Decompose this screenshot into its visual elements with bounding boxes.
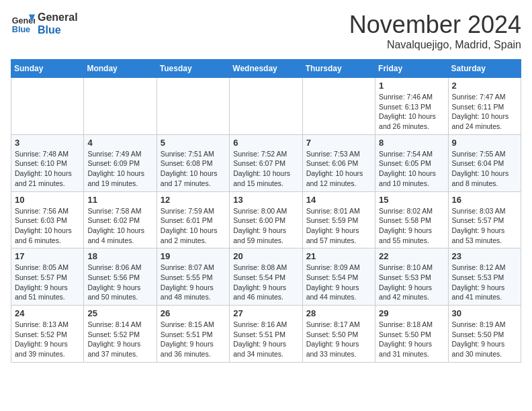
day-number: 26 [161,308,226,318]
calendar-header-saturday: Saturday [448,60,521,78]
day-number: 20 [233,251,298,261]
title-area: November 2024 Navalquejigo, Madrid, Spai… [349,11,521,51]
calendar-cell: 30Sunrise: 8:19 AMSunset: 5:50 PMDayligh… [448,306,521,363]
day-number: 28 [306,308,371,318]
logo: General Blue General Blue [11,11,78,36]
calendar-cell: 10Sunrise: 7:56 AMSunset: 6:03 PMDayligh… [11,191,84,248]
day-number: 14 [306,195,371,205]
calendar-cell: 18Sunrise: 8:06 AMSunset: 5:56 PMDayligh… [84,248,157,306]
day-number: 23 [452,251,517,261]
calendar-header-monday: Monday [84,60,157,78]
day-number: 6 [233,138,298,148]
logo-icon: General Blue [11,11,35,36]
calendar-cell: 21Sunrise: 8:09 AMSunset: 5:54 PMDayligh… [302,248,375,306]
calendar-cell: 29Sunrise: 8:18 AMSunset: 5:50 PMDayligh… [375,306,448,363]
day-number: 3 [15,138,80,148]
day-info: Sunrise: 8:14 AMSunset: 5:52 PMDaylight:… [87,320,152,359]
day-info: Sunrise: 8:02 AMSunset: 5:58 PMDaylight:… [379,206,444,246]
day-number: 2 [452,81,517,91]
location-title: Navalquejigo, Madrid, Spain [349,39,521,51]
day-number: 17 [15,251,80,261]
logo-line2: Blue [38,24,78,36]
calendar-cell: 11Sunrise: 7:58 AMSunset: 6:02 PMDayligh… [84,191,157,248]
calendar-header-sunday: Sunday [11,60,84,78]
day-info: Sunrise: 7:59 AMSunset: 6:01 PMDaylight:… [161,206,226,246]
calendar-cell: 28Sunrise: 8:17 AMSunset: 5:50 PMDayligh… [302,306,375,363]
calendar-week-1: 1Sunrise: 7:46 AMSunset: 6:13 PMDaylight… [11,78,521,135]
day-number: 4 [87,138,152,148]
logo-line1: General [38,11,78,24]
month-title: November 2024 [349,11,521,39]
calendar-cell [157,78,229,135]
day-number: 12 [161,195,226,205]
day-info: Sunrise: 7:51 AMSunset: 6:08 PMDaylight:… [161,149,226,189]
day-number: 10 [15,195,80,205]
day-info: Sunrise: 7:48 AMSunset: 6:10 PMDaylight:… [15,149,80,189]
day-info: Sunrise: 8:08 AMSunset: 5:54 PMDaylight:… [233,263,298,302]
calendar-table: SundayMondayTuesdayWednesdayThursdayFrid… [11,59,521,363]
day-info: Sunrise: 7:55 AMSunset: 6:04 PMDaylight:… [452,149,517,189]
day-info: Sunrise: 7:53 AMSunset: 6:06 PMDaylight:… [306,149,371,189]
day-number: 11 [87,195,152,205]
day-info: Sunrise: 8:00 AMSunset: 6:00 PMDaylight:… [233,206,298,246]
day-number: 7 [306,138,371,148]
calendar-header-tuesday: Tuesday [157,60,229,78]
calendar-cell: 5Sunrise: 7:51 AMSunset: 6:08 PMDaylight… [157,134,229,191]
calendar-cell: 12Sunrise: 7:59 AMSunset: 6:01 PMDayligh… [157,191,229,248]
day-number: 24 [15,308,80,318]
day-info: Sunrise: 7:54 AMSunset: 6:05 PMDaylight:… [379,149,444,189]
calendar-cell: 8Sunrise: 7:54 AMSunset: 6:05 PMDaylight… [375,134,448,191]
day-info: Sunrise: 8:03 AMSunset: 5:57 PMDaylight:… [452,206,517,246]
calendar-week-2: 3Sunrise: 7:48 AMSunset: 6:10 PMDaylight… [11,134,521,191]
calendar-week-4: 17Sunrise: 8:05 AMSunset: 5:57 PMDayligh… [11,248,521,306]
calendar-cell: 23Sunrise: 8:12 AMSunset: 5:53 PMDayligh… [448,248,521,306]
calendar-cell: 15Sunrise: 8:02 AMSunset: 5:58 PMDayligh… [375,191,448,248]
page-header: General Blue General Blue November 2024 … [11,11,521,51]
day-info: Sunrise: 8:16 AMSunset: 5:51 PMDaylight:… [233,320,298,359]
calendar-week-5: 24Sunrise: 8:13 AMSunset: 5:52 PMDayligh… [11,306,521,363]
calendar-cell: 20Sunrise: 8:08 AMSunset: 5:54 PMDayligh… [230,248,302,306]
day-number: 8 [379,138,444,148]
calendar-cell: 9Sunrise: 7:55 AMSunset: 6:04 PMDaylight… [448,134,521,191]
day-info: Sunrise: 8:10 AMSunset: 5:53 PMDaylight:… [379,263,444,302]
day-number: 27 [233,308,298,318]
day-number: 1 [379,81,444,91]
day-number: 15 [379,195,444,205]
day-info: Sunrise: 8:15 AMSunset: 5:51 PMDaylight:… [161,320,226,359]
calendar-cell: 3Sunrise: 7:48 AMSunset: 6:10 PMDaylight… [11,134,84,191]
calendar-cell: 27Sunrise: 8:16 AMSunset: 5:51 PMDayligh… [230,306,302,363]
day-info: Sunrise: 8:13 AMSunset: 5:52 PMDaylight:… [15,320,80,359]
calendar-body: 1Sunrise: 7:46 AMSunset: 6:13 PMDaylight… [11,78,521,363]
day-info: Sunrise: 8:18 AMSunset: 5:50 PMDaylight:… [379,320,444,359]
calendar-cell: 6Sunrise: 7:52 AMSunset: 6:07 PMDaylight… [230,134,302,191]
day-number: 9 [452,138,517,148]
calendar-cell [84,78,157,135]
calendar-cell: 1Sunrise: 7:46 AMSunset: 6:13 PMDaylight… [375,78,448,135]
day-number: 18 [87,251,152,261]
day-info: Sunrise: 7:56 AMSunset: 6:03 PMDaylight:… [15,206,80,246]
day-info: Sunrise: 7:58 AMSunset: 6:02 PMDaylight:… [87,206,152,246]
calendar-cell: 16Sunrise: 8:03 AMSunset: 5:57 PMDayligh… [448,191,521,248]
day-info: Sunrise: 8:07 AMSunset: 5:55 PMDaylight:… [161,263,226,302]
calendar-cell: 17Sunrise: 8:05 AMSunset: 5:57 PMDayligh… [11,248,84,306]
calendar-header-friday: Friday [375,60,448,78]
calendar-week-3: 10Sunrise: 7:56 AMSunset: 6:03 PMDayligh… [11,191,521,248]
calendar-cell [11,78,84,135]
calendar-cell: 24Sunrise: 8:13 AMSunset: 5:52 PMDayligh… [11,306,84,363]
calendar-header-thursday: Thursday [302,60,375,78]
calendar-cell: 26Sunrise: 8:15 AMSunset: 5:51 PMDayligh… [157,306,229,363]
calendar-cell: 4Sunrise: 7:49 AMSunset: 6:09 PMDaylight… [84,134,157,191]
day-info: Sunrise: 8:09 AMSunset: 5:54 PMDaylight:… [306,263,371,302]
calendar-cell: 14Sunrise: 8:01 AMSunset: 5:59 PMDayligh… [302,191,375,248]
calendar-cell: 2Sunrise: 7:47 AMSunset: 6:11 PMDaylight… [448,78,521,135]
calendar-cell: 7Sunrise: 7:53 AMSunset: 6:06 PMDaylight… [302,134,375,191]
day-info: Sunrise: 8:12 AMSunset: 5:53 PMDaylight:… [452,263,517,302]
calendar-cell: 25Sunrise: 8:14 AMSunset: 5:52 PMDayligh… [84,306,157,363]
day-number: 30 [452,308,517,318]
day-number: 21 [306,251,371,261]
svg-text:Blue: Blue [12,25,30,34]
calendar-header-wednesday: Wednesday [230,60,302,78]
calendar-cell: 22Sunrise: 8:10 AMSunset: 5:53 PMDayligh… [375,248,448,306]
calendar-cell [302,78,375,135]
day-number: 16 [452,195,517,205]
